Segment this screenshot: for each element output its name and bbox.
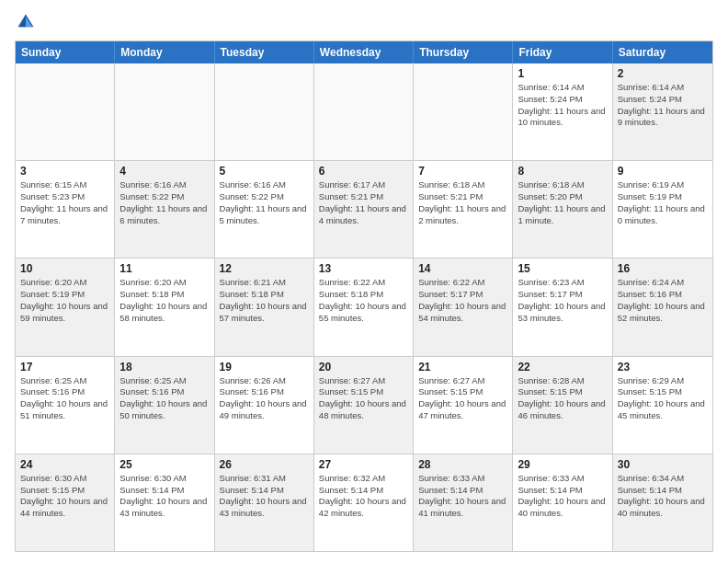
calendar-row-2: 10Sunrise: 6:20 AM Sunset: 5:19 PM Dayli… [16, 258, 712, 355]
calendar-cell-day-21: 21Sunrise: 6:27 AM Sunset: 5:15 PM Dayli… [414, 357, 513, 454]
page: SundayMondayTuesdayWednesdayThursdayFrid… [0, 0, 728, 563]
day-info: Sunrise: 6:26 AM Sunset: 5:16 PM Dayligh… [220, 375, 309, 422]
day-number: 15 [518, 262, 607, 275]
calendar: SundayMondayTuesdayWednesdayThursdayFrid… [15, 40, 713, 552]
day-number: 2 [618, 67, 708, 80]
day-number: 7 [418, 165, 507, 178]
header [15, 11, 713, 33]
logo [15, 11, 40, 33]
day-number: 19 [220, 361, 309, 373]
calendar-cell-day-14: 14Sunrise: 6:22 AM Sunset: 5:17 PM Dayli… [414, 259, 513, 355]
day-info: Sunrise: 6:20 AM Sunset: 5:18 PM Dayligh… [119, 277, 209, 324]
day-info: Sunrise: 6:14 AM Sunset: 5:24 PM Dayligh… [618, 82, 708, 129]
day-info: Sunrise: 6:29 AM Sunset: 5:15 PM Dayligh… [618, 375, 708, 422]
day-number: 22 [518, 361, 607, 373]
weekday-header-monday: Monday [115, 41, 214, 63]
calendar-cell-empty [215, 63, 314, 160]
calendar-cell-day-19: 19Sunrise: 6:26 AM Sunset: 5:16 PM Dayli… [215, 357, 314, 454]
day-info: Sunrise: 6:22 AM Sunset: 5:17 PM Dayligh… [418, 277, 507, 324]
day-info: Sunrise: 6:32 AM Sunset: 5:14 PM Dayligh… [319, 473, 408, 520]
day-number: 4 [119, 165, 209, 178]
day-info: Sunrise: 6:24 AM Sunset: 5:16 PM Dayligh… [618, 277, 708, 324]
day-number: 16 [618, 262, 708, 275]
calendar-cell-empty [314, 63, 414, 160]
day-info: Sunrise: 6:22 AM Sunset: 5:18 PM Dayligh… [319, 277, 408, 324]
day-number: 14 [418, 262, 507, 275]
day-info: Sunrise: 6:20 AM Sunset: 5:19 PM Dayligh… [20, 277, 109, 324]
logo-icon [15, 11, 37, 33]
day-info: Sunrise: 6:27 AM Sunset: 5:15 PM Dayligh… [319, 375, 408, 422]
day-number: 8 [518, 165, 607, 178]
day-number: 5 [220, 165, 309, 178]
day-info: Sunrise: 6:34 AM Sunset: 5:14 PM Dayligh… [618, 473, 708, 520]
day-number: 24 [20, 458, 109, 471]
day-number: 28 [418, 458, 507, 471]
day-info: Sunrise: 6:21 AM Sunset: 5:18 PM Dayligh… [220, 277, 309, 324]
calendar-row-3: 17Sunrise: 6:25 AM Sunset: 5:16 PM Dayli… [16, 356, 712, 454]
calendar-cell-day-10: 10Sunrise: 6:20 AM Sunset: 5:19 PM Dayli… [16, 259, 115, 355]
calendar-cell-day-18: 18Sunrise: 6:25 AM Sunset: 5:16 PM Dayli… [115, 357, 214, 454]
day-info: Sunrise: 6:18 AM Sunset: 5:21 PM Dayligh… [418, 179, 507, 226]
day-info: Sunrise: 6:25 AM Sunset: 5:16 PM Dayligh… [20, 375, 109, 422]
day-number: 13 [319, 262, 408, 275]
calendar-cell-day-16: 16Sunrise: 6:24 AM Sunset: 5:16 PM Dayli… [613, 259, 712, 355]
calendar-cell-day-30: 30Sunrise: 6:34 AM Sunset: 5:14 PM Dayli… [613, 454, 712, 551]
day-number: 9 [618, 165, 708, 178]
calendar-cell-day-9: 9Sunrise: 6:19 AM Sunset: 5:19 PM Daylig… [613, 161, 712, 258]
weekday-header-thursday: Thursday [414, 41, 513, 63]
day-number: 21 [418, 361, 507, 373]
day-info: Sunrise: 6:25 AM Sunset: 5:16 PM Dayligh… [119, 375, 209, 422]
calendar-cell-empty [414, 63, 513, 160]
day-number: 12 [220, 262, 309, 275]
weekday-header-sunday: Sunday [16, 41, 115, 63]
calendar-header: SundayMondayTuesdayWednesdayThursdayFrid… [16, 41, 712, 63]
calendar-cell-day-4: 4Sunrise: 6:16 AM Sunset: 5:22 PM Daylig… [115, 161, 214, 258]
day-number: 18 [119, 361, 209, 373]
calendar-cell-day-8: 8Sunrise: 6:18 AM Sunset: 5:20 PM Daylig… [513, 161, 612, 258]
calendar-row-1: 3Sunrise: 6:15 AM Sunset: 5:23 PM Daylig… [16, 160, 712, 258]
day-info: Sunrise: 6:16 AM Sunset: 5:22 PM Dayligh… [119, 179, 209, 226]
calendar-cell-day-20: 20Sunrise: 6:27 AM Sunset: 5:15 PM Dayli… [314, 357, 414, 454]
day-info: Sunrise: 6:33 AM Sunset: 5:14 PM Dayligh… [518, 473, 607, 520]
calendar-cell-empty [16, 63, 115, 160]
day-info: Sunrise: 6:19 AM Sunset: 5:19 PM Dayligh… [618, 179, 708, 226]
calendar-cell-day-2: 2Sunrise: 6:14 AM Sunset: 5:24 PM Daylig… [613, 63, 712, 160]
day-info: Sunrise: 6:27 AM Sunset: 5:15 PM Dayligh… [418, 375, 507, 422]
calendar-cell-day-5: 5Sunrise: 6:16 AM Sunset: 5:22 PM Daylig… [215, 161, 314, 258]
day-info: Sunrise: 6:14 AM Sunset: 5:24 PM Dayligh… [518, 82, 607, 129]
day-number: 17 [20, 361, 109, 373]
day-info: Sunrise: 6:17 AM Sunset: 5:21 PM Dayligh… [319, 179, 408, 226]
day-info: Sunrise: 6:16 AM Sunset: 5:22 PM Dayligh… [220, 179, 309, 226]
calendar-cell-day-6: 6Sunrise: 6:17 AM Sunset: 5:21 PM Daylig… [314, 161, 414, 258]
calendar-cell-empty [115, 63, 214, 160]
day-number: 26 [220, 458, 309, 471]
day-number: 29 [518, 458, 607, 471]
day-number: 11 [119, 262, 209, 275]
calendar-body: 1Sunrise: 6:14 AM Sunset: 5:24 PM Daylig… [16, 63, 712, 551]
day-number: 30 [618, 458, 708, 471]
calendar-cell-day-13: 13Sunrise: 6:22 AM Sunset: 5:18 PM Dayli… [314, 259, 414, 355]
day-info: Sunrise: 6:30 AM Sunset: 5:15 PM Dayligh… [20, 473, 109, 520]
calendar-cell-day-17: 17Sunrise: 6:25 AM Sunset: 5:16 PM Dayli… [16, 357, 115, 454]
calendar-cell-day-28: 28Sunrise: 6:33 AM Sunset: 5:14 PM Dayli… [414, 454, 513, 551]
calendar-cell-day-26: 26Sunrise: 6:31 AM Sunset: 5:14 PM Dayli… [215, 454, 314, 551]
calendar-row-0: 1Sunrise: 6:14 AM Sunset: 5:24 PM Daylig… [16, 63, 712, 160]
day-number: 27 [319, 458, 408, 471]
calendar-cell-day-24: 24Sunrise: 6:30 AM Sunset: 5:15 PM Dayli… [16, 454, 115, 551]
day-info: Sunrise: 6:33 AM Sunset: 5:14 PM Dayligh… [418, 473, 507, 520]
day-number: 10 [20, 262, 109, 275]
calendar-cell-day-27: 27Sunrise: 6:32 AM Sunset: 5:14 PM Dayli… [314, 454, 414, 551]
calendar-cell-day-7: 7Sunrise: 6:18 AM Sunset: 5:21 PM Daylig… [414, 161, 513, 258]
calendar-cell-day-25: 25Sunrise: 6:30 AM Sunset: 5:14 PM Dayli… [115, 454, 214, 551]
calendar-cell-day-15: 15Sunrise: 6:23 AM Sunset: 5:17 PM Dayli… [513, 259, 612, 355]
day-info: Sunrise: 6:15 AM Sunset: 5:23 PM Dayligh… [20, 179, 109, 226]
weekday-header-wednesday: Wednesday [314, 41, 414, 63]
day-info: Sunrise: 6:28 AM Sunset: 5:15 PM Dayligh… [518, 375, 607, 422]
day-number: 6 [319, 165, 408, 178]
calendar-cell-day-23: 23Sunrise: 6:29 AM Sunset: 5:15 PM Dayli… [613, 357, 712, 454]
day-info: Sunrise: 6:23 AM Sunset: 5:17 PM Dayligh… [518, 277, 607, 324]
calendar-row-4: 24Sunrise: 6:30 AM Sunset: 5:15 PM Dayli… [16, 454, 712, 551]
day-number: 23 [618, 361, 708, 373]
calendar-cell-day-11: 11Sunrise: 6:20 AM Sunset: 5:18 PM Dayli… [115, 259, 214, 355]
weekday-header-tuesday: Tuesday [215, 41, 314, 63]
